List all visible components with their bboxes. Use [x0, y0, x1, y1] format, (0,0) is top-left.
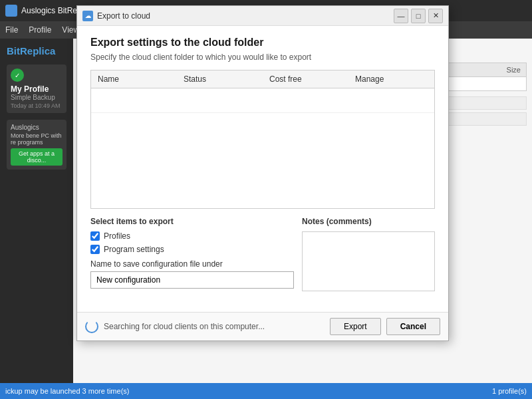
notes-textarea[interactable]: [302, 231, 435, 291]
program-settings-checkbox-row[interactable]: Program settings: [90, 245, 294, 254]
menu-profile[interactable]: Profile: [29, 25, 51, 35]
minimize-button[interactable]: —: [394, 9, 408, 23]
dialog-footer: Searching for cloud clients on this comp…: [77, 312, 448, 340]
empty-row: [91, 88, 434, 113]
cloud-table-header: Name Status Cost free Manage: [91, 70, 434, 88]
app-logo: BitReplica: [7, 45, 66, 57]
profile-count: 1 profile(s): [492, 387, 527, 395]
ad-area: Auslogics More bene PC with re programs …: [7, 120, 66, 170]
col-costfree: Cost free: [263, 70, 348, 88]
export-button[interactable]: Export: [330, 318, 381, 335]
dialog-body: Export settings to the cloud folder Spec…: [77, 26, 448, 312]
logo-replica: Replica: [20, 45, 55, 57]
notes-section: Notes (comments): [302, 217, 435, 293]
col-name: Name: [91, 70, 177, 88]
cancel-button[interactable]: Cancel: [386, 318, 440, 335]
col-size: Size: [481, 66, 521, 74]
dialog-subtitle: Specify the cloud client folder to which…: [90, 53, 435, 62]
profile-time: Today at 10:49 AM: [11, 102, 63, 109]
dialog-title: Export to cloud: [97, 11, 394, 21]
profiles-checkbox-row[interactable]: Profiles: [90, 231, 294, 241]
ad-title: Auslogics: [11, 124, 63, 131]
lower-section: Select items to export Profiles Program …: [90, 217, 435, 293]
close-button[interactable]: ✕: [428, 9, 443, 23]
profiles-checkbox[interactable]: [90, 231, 100, 241]
cloud-clients-table: Name Status Cost free Manage: [90, 70, 435, 209]
profile-card[interactable]: ✓ My Profile Simple Backup Today at 10:4…: [7, 65, 66, 113]
menu-file[interactable]: File: [5, 25, 18, 35]
export-items-section: Select items to export Profiles Program …: [90, 217, 294, 293]
ad-button[interactable]: Get apps at a disco...: [11, 148, 63, 166]
notes-label: Notes (comments): [302, 217, 435, 226]
col-status: Status: [177, 70, 263, 88]
dialog-controls: — □ ✕: [394, 9, 443, 23]
logo-bit: Bit: [7, 45, 20, 57]
searching-text: Searching for cloud clients on this comp…: [104, 322, 325, 331]
dialog-titlebar[interactable]: ☁ Export to cloud — □ ✕: [77, 6, 448, 26]
config-name-label: Name to save configuration file under: [90, 259, 294, 269]
maximize-button[interactable]: □: [411, 9, 426, 23]
searching-spinner: [85, 320, 98, 333]
profile-icon: ✓: [11, 68, 24, 82]
config-name-input[interactable]: [90, 271, 294, 289]
ad-sub: More bene PC with re programs: [11, 132, 63, 146]
export-items-label: Select items to export: [90, 217, 294, 226]
app-icon: [5, 5, 17, 17]
dialog-heading: Export settings to the cloud folder: [90, 37, 435, 49]
profile-name: My Profile: [11, 84, 63, 94]
program-settings-checkbox[interactable]: [90, 245, 100, 254]
profiles-label: Profiles: [104, 231, 130, 241]
col-manage: Manage: [348, 70, 434, 88]
export-dialog: ☁ Export to cloud — □ ✕ Export settings …: [76, 5, 449, 341]
profile-subtitle: Simple Backup: [11, 94, 63, 101]
status-text: ickup may be launched 3 more time(s): [5, 387, 129, 395]
status-bar: ickup may be launched 3 more time(s) 1 p…: [0, 383, 532, 399]
sidebar: BitReplica ✓ My Profile Simple Backup To…: [0, 39, 73, 399]
cloud-table-body: [91, 88, 434, 208]
dialog-icon: ☁: [82, 11, 93, 21]
program-settings-label: Program settings: [104, 245, 164, 254]
